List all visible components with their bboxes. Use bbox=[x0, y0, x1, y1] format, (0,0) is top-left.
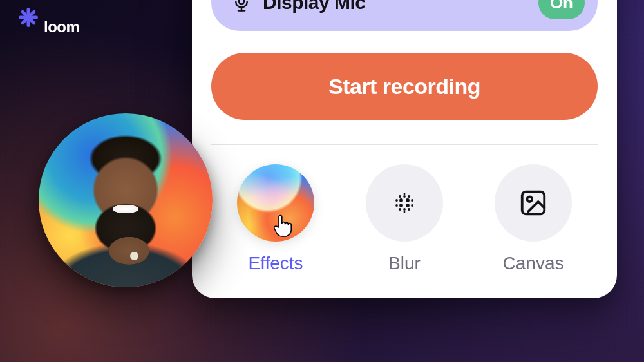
svg-point-6 bbox=[408, 195, 410, 198]
mic-source-label: Display Mic bbox=[263, 0, 527, 14]
loom-logo-mark bbox=[19, 18, 37, 36]
svg-point-4 bbox=[399, 195, 401, 198]
loom-logo: loom bbox=[19, 18, 79, 36]
svg-rect-0 bbox=[239, 0, 244, 5]
svg-point-17 bbox=[408, 208, 410, 211]
svg-point-9 bbox=[406, 198, 410, 202]
svg-point-8 bbox=[399, 198, 403, 202]
svg-point-3 bbox=[404, 193, 406, 195]
tool-effects[interactable]: Effects bbox=[218, 164, 334, 274]
mic-toggle[interactable]: On bbox=[538, 0, 585, 19]
svg-point-5 bbox=[403, 195, 406, 198]
svg-point-13 bbox=[406, 204, 410, 207]
pointer-cursor-icon bbox=[272, 212, 294, 238]
svg-point-7 bbox=[395, 199, 398, 202]
svg-point-16 bbox=[403, 208, 406, 211]
svg-point-18 bbox=[404, 211, 406, 213]
effects-icon bbox=[237, 164, 314, 242]
svg-point-11 bbox=[395, 204, 398, 207]
start-recording-label: Start recording bbox=[328, 74, 480, 99]
divider bbox=[211, 144, 598, 145]
avatar-person bbox=[39, 113, 213, 287]
tools-row: Effects Blur bbox=[211, 164, 598, 274]
start-recording-button[interactable]: Start recording bbox=[211, 53, 598, 120]
tool-effects-label: Effects bbox=[248, 253, 303, 274]
tool-canvas-label: Canvas bbox=[503, 253, 564, 274]
svg-point-20 bbox=[527, 196, 532, 202]
svg-point-12 bbox=[399, 204, 403, 207]
svg-point-14 bbox=[411, 204, 413, 207]
svg-point-15 bbox=[399, 208, 401, 211]
blur-dots-icon bbox=[366, 164, 443, 242]
mic-source-row[interactable]: Display Mic On bbox=[211, 0, 598, 31]
tool-canvas[interactable]: Canvas bbox=[475, 164, 591, 274]
recorder-panel: Display Mic On Start recording Effects bbox=[192, 0, 617, 298]
loom-wordmark: loom bbox=[44, 18, 79, 36]
tool-blur[interactable]: Blur bbox=[346, 164, 462, 274]
mic-icon bbox=[232, 0, 251, 12]
tool-blur-label: Blur bbox=[388, 253, 421, 274]
svg-point-10 bbox=[411, 199, 413, 202]
camera-bubble[interactable] bbox=[39, 113, 213, 287]
image-icon bbox=[495, 164, 572, 242]
